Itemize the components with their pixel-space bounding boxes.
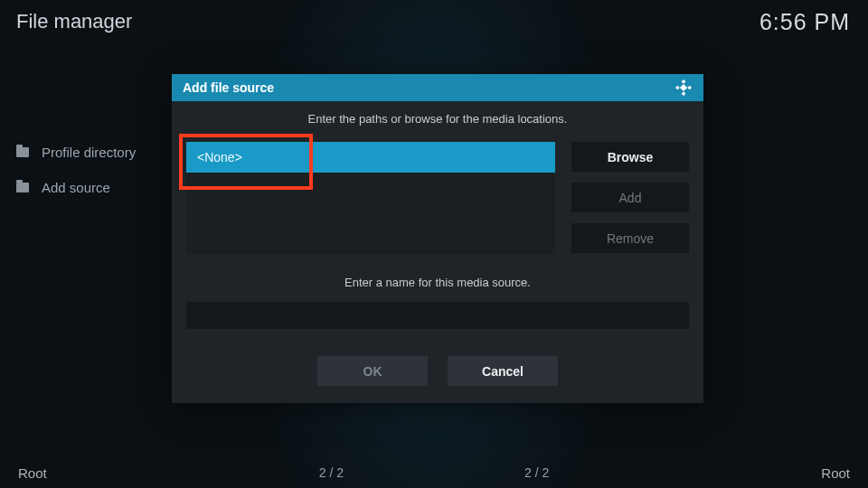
media-name-input[interactable]	[186, 302, 689, 329]
add-path-button[interactable]: Add	[571, 183, 689, 212]
folder-icon	[16, 183, 29, 192]
name-instruction: Enter a name for this media source.	[186, 276, 689, 289]
path-instruction: Enter the paths or browse for the media …	[186, 112, 689, 126]
dialog-body: Enter the paths or browse for the media …	[172, 101, 703, 386]
sidebar-item-label: Add source	[42, 180, 110, 195]
remove-path-button[interactable]: Remove	[571, 223, 689, 253]
clock: 6:56 PM	[760, 9, 850, 35]
svg-rect-3	[682, 91, 686, 96]
dialog-actions: OK Cancel	[186, 356, 689, 386]
footer-left-count: 2 / 2	[319, 465, 344, 480]
add-file-source-dialog: Add file source Enter the paths or brows…	[172, 74, 703, 403]
paths-row: <None> Browse Add Remove	[186, 142, 689, 254]
sidebar-item-profile-directory[interactable]: Profile directory	[16, 145, 136, 160]
svg-rect-2	[687, 86, 692, 90]
path-value: <None>	[197, 150, 242, 164]
sidebar-item-label: Profile directory	[42, 145, 136, 160]
sidebar-item-add-source[interactable]: Add source	[16, 180, 136, 195]
browse-button[interactable]: Browse	[571, 142, 689, 172]
svg-rect-4	[680, 84, 687, 91]
top-bar: File manager 6:56 PM	[0, 0, 868, 43]
kodi-logo-icon	[675, 79, 693, 97]
path-item-none[interactable]: <None>	[186, 142, 555, 173]
svg-rect-1	[675, 86, 680, 90]
path-buttons: Browse Add Remove	[571, 142, 689, 254]
dialog-title: Add file source	[183, 80, 274, 95]
cancel-button[interactable]: Cancel	[448, 356, 558, 386]
footer-center: 2 / 2 2 / 2	[0, 465, 868, 480]
page-title: File manager	[16, 10, 132, 33]
folder-icon	[16, 147, 29, 157]
paths-list[interactable]: <None>	[186, 142, 555, 254]
footer-right-count: 2 / 2	[524, 465, 549, 480]
sidebar: Profile directory Add source	[16, 145, 136, 195]
dialog-titlebar: Add file source	[172, 74, 703, 101]
svg-rect-0	[682, 80, 686, 84]
ok-button[interactable]: OK	[317, 356, 428, 386]
bottom-bar: Root 2 / 2 2 / 2 Root	[0, 457, 868, 488]
